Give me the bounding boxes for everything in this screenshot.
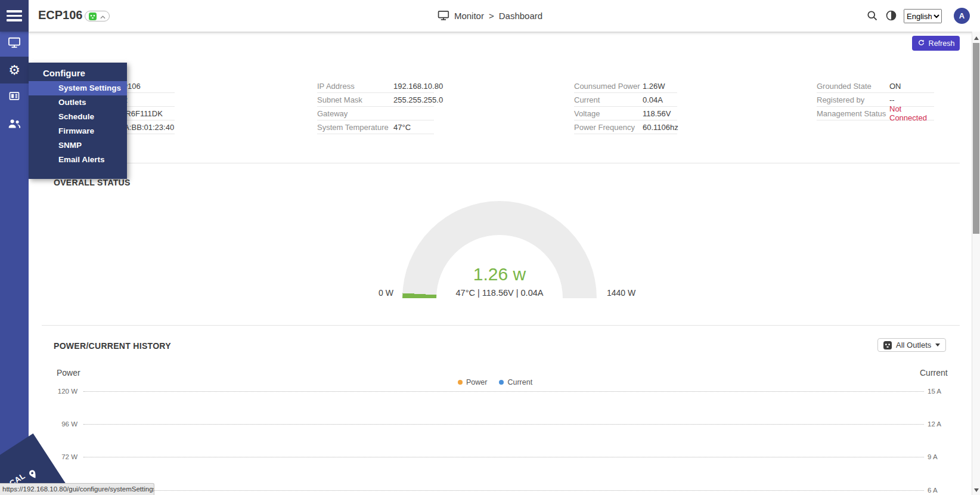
breadcrumb-section[interactable]: Monitor bbox=[454, 11, 484, 21]
section-divider bbox=[42, 163, 960, 163]
scrollbar-thumb[interactable] bbox=[973, 43, 979, 234]
search-icon bbox=[866, 14, 878, 23]
gauge-sub-label: 47°C | 118.56V | 0.04A bbox=[402, 288, 597, 298]
device-info-column-3: Counsumed Power1.26W Current0.04A Voltag… bbox=[574, 79, 677, 134]
all-outlets-label: All Outlets bbox=[896, 341, 931, 349]
info-row-gateway: Gateway bbox=[317, 107, 434, 120]
device-status-badge[interactable] bbox=[85, 11, 110, 21]
info-row-current: Current0.04A bbox=[574, 93, 677, 107]
avatar[interactable]: A bbox=[954, 8, 970, 24]
left-axis-title: Power bbox=[57, 368, 80, 378]
chart-gridline-row: 96 W 12 A bbox=[48, 419, 945, 429]
breadcrumb: Monitor > Dashboard bbox=[438, 0, 542, 32]
menu-item-email-alerts[interactable]: Email Alerts bbox=[29, 153, 127, 167]
info-row-system-temperature: System Temperature47°C bbox=[317, 120, 434, 134]
news-icon bbox=[8, 90, 20, 104]
triangle-up-icon bbox=[974, 36, 979, 40]
monitor-icon bbox=[8, 36, 21, 51]
current-series-dot bbox=[499, 380, 504, 385]
menu-item-snmp[interactable]: SNMP bbox=[29, 138, 127, 153]
device-info-column-2: IP Address192.168.10.80 Subnet Mask255.2… bbox=[317, 79, 434, 134]
menu-item-system-settings[interactable]: System Settings bbox=[29, 81, 127, 95]
info-row-management-status: Management StatusNot Connected bbox=[817, 107, 934, 120]
info-row-consumed-power: Counsumed Power1.26W bbox=[574, 79, 677, 93]
language-select[interactable]: English bbox=[904, 9, 942, 23]
legend-item-current[interactable]: Current bbox=[499, 378, 532, 386]
chart-legend: Power Current bbox=[458, 378, 532, 386]
power-series-dot bbox=[458, 380, 463, 385]
device-info-column-4: Grounded StateON Registered by-- Managem… bbox=[817, 79, 934, 120]
gauge-min-label: 0 W bbox=[358, 288, 393, 298]
overall-status-heading: OVERALL STATUS bbox=[54, 178, 131, 187]
configure-menu-title: Configure bbox=[29, 65, 127, 81]
chart-gridline-row: 120 W 15 A bbox=[48, 386, 945, 396]
sidebar: ⚙ bbox=[0, 0, 29, 495]
menu-item-outlets[interactable]: Outlets bbox=[29, 95, 127, 110]
info-row-ip-address: IP Address192.168.10.80 bbox=[317, 79, 434, 93]
breadcrumb-separator: > bbox=[489, 11, 494, 21]
sidebar-item-users[interactable] bbox=[0, 111, 29, 138]
monitor-icon bbox=[438, 10, 449, 23]
info-row-voltage: Voltage118.56V bbox=[574, 107, 677, 120]
sidebar-item-configure[interactable]: ⚙ bbox=[0, 57, 29, 83]
sidebar-item-logs[interactable] bbox=[0, 83, 29, 110]
refresh-label: Refresh bbox=[929, 39, 955, 48]
sidebar-item-monitor[interactable] bbox=[0, 30, 29, 57]
users-icon bbox=[8, 118, 21, 131]
gauge-value: 1.26 w bbox=[402, 264, 597, 284]
refresh-button[interactable]: Refresh bbox=[912, 36, 960, 51]
info-row-grounded-state: Grounded StateON bbox=[817, 79, 934, 93]
triangle-down-icon bbox=[974, 488, 979, 492]
info-row-power-frequency: Power Frequency60.1106hz bbox=[574, 120, 677, 134]
search-button[interactable] bbox=[866, 10, 879, 23]
top-bar: ECP106 Monitor > Dashboard English A bbox=[0, 0, 980, 32]
refresh-icon bbox=[917, 39, 925, 48]
status-bar-url: https://192.168.10.80/gui/configure/syst… bbox=[0, 483, 154, 495]
chart-gridline-row: 72 W 9 A bbox=[48, 452, 945, 462]
contrast-icon bbox=[885, 14, 897, 23]
contrast-toggle-button[interactable] bbox=[885, 10, 898, 23]
history-heading: POWER/CURRENT HISTORY bbox=[54, 341, 171, 351]
breadcrumb-page[interactable]: Dashboard bbox=[499, 11, 542, 21]
hamburger-icon bbox=[7, 10, 22, 13]
scroll-up-button[interactable] bbox=[972, 33, 980, 43]
section-divider bbox=[42, 325, 960, 326]
outlet-icon bbox=[883, 341, 892, 349]
legend-item-power[interactable]: Power bbox=[458, 378, 487, 386]
menu-item-firmware[interactable]: Firmware bbox=[29, 124, 127, 138]
scrollbar[interactable] bbox=[972, 32, 980, 495]
all-outlets-dropdown[interactable]: All Outlets bbox=[877, 338, 946, 352]
gauge-max-label: 1440 W bbox=[607, 288, 635, 298]
chevron-down-icon bbox=[935, 344, 940, 346]
configure-menu: Configure System Settings Outlets Schedu… bbox=[29, 63, 127, 179]
page-title: ECP106 bbox=[38, 8, 83, 22]
right-axis-title: Current bbox=[920, 368, 948, 378]
chart-gridline-row: 48 W 6 A bbox=[48, 485, 945, 495]
power-gauge: 1.26 w 47°C | 118.56V | 0.04A bbox=[402, 201, 597, 298]
menu-item-schedule[interactable]: Schedule bbox=[29, 110, 127, 124]
info-row-subnet-mask: Subnet Mask255.255.255.0 bbox=[317, 93, 434, 107]
outlet-icon bbox=[89, 13, 97, 20]
status-badge: Not Connected bbox=[889, 104, 934, 122]
gear-icon: ⚙ bbox=[8, 64, 20, 77]
chevron-up-icon bbox=[100, 11, 106, 21]
hamburger-menu-button[interactable] bbox=[0, 0, 29, 32]
scroll-down-button[interactable] bbox=[972, 485, 980, 495]
